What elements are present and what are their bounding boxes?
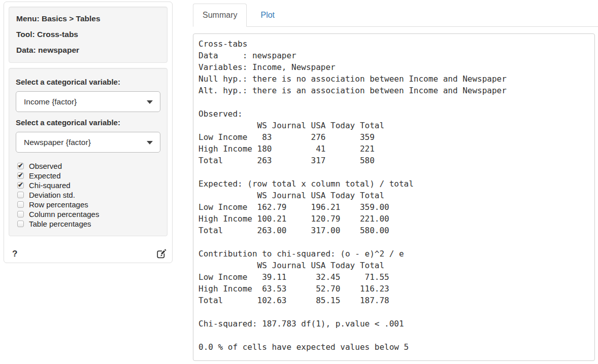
checkbox-label: Deviation std.	[29, 191, 75, 199]
caret-down-icon	[147, 141, 153, 144]
checkbox-row-expected[interactable]: ✔ Expected	[16, 171, 160, 180]
tool-label: Tool: Cross-tabs	[16, 26, 160, 42]
output-options-group: ✔ Observed ✔ Expected ✔ Chi-squared ✔ De…	[16, 161, 160, 229]
checkbox-row-row-percentages[interactable]: ✔ Row percentages	[16, 200, 160, 209]
checkbox-label: Row percentages	[29, 200, 88, 209]
checkbox-table-percentages[interactable]: ✔	[17, 221, 24, 227]
tab-plot[interactable]: Plot	[251, 4, 284, 27]
checkbox-label: Table percentages	[29, 220, 91, 228]
checkbox-observed[interactable]: ✔	[17, 163, 24, 169]
checkbox-chi-squared[interactable]: ✔	[17, 182, 24, 189]
checkbox-row-chi-squared[interactable]: ✔ Chi-squared	[16, 180, 160, 190]
caret-down-icon	[147, 100, 153, 104]
variable1-select[interactable]: Income {factor}	[16, 91, 160, 112]
check-icon: ✔	[18, 181, 23, 189]
variable2-select[interactable]: Newspaper {factor}	[16, 132, 160, 153]
main-tab-bar: Summary Plot	[193, 4, 598, 27]
variable2-label: Select a categorical variable:	[16, 118, 160, 127]
help-report-row: ?	[9, 248, 167, 260]
checkbox-row-deviation-std[interactable]: ✔ Deviation std.	[16, 190, 160, 200]
summary-report-box: Cross-tabs Data : newspaper Variables: I…	[193, 33, 595, 361]
checkbox-column-percentages[interactable]: ✔	[17, 211, 24, 217]
checkbox-row-column-percentages[interactable]: ✔ Column percentages	[16, 209, 160, 219]
check-icon: ✔	[18, 162, 23, 170]
help-button[interactable]: ?	[9, 249, 17, 259]
context-info-well: Menu: Basics > Tables Tool: Cross-tabs D…	[9, 7, 168, 63]
variable1-label: Select a categorical variable:	[16, 78, 160, 86]
cross-tabs-report-text: Cross-tabs Data : newspaper Variables: I…	[198, 38, 589, 353]
checkbox-expected[interactable]: ✔	[17, 172, 24, 179]
checkbox-label: Column percentages	[29, 210, 99, 219]
dataset-label: Data: newspaper	[16, 42, 160, 58]
variable2-select-value: Newspaper {factor}	[24, 138, 91, 147]
variable1-select-value: Income {factor}	[24, 97, 77, 106]
checkbox-row-table-percentages[interactable]: ✔ Table percentages	[16, 219, 160, 229]
tab-summary[interactable]: Summary	[193, 4, 247, 27]
checkbox-row-percentages[interactable]: ✔	[17, 201, 24, 208]
edit-report-button[interactable]	[156, 249, 167, 259]
sidebar-panel: Menu: Basics > Tables Tool: Cross-tabs D…	[4, 2, 173, 263]
checkbox-label: Observed	[29, 162, 62, 170]
pencil-square-icon	[156, 249, 167, 259]
controls-well: Select a categorical variable: Income {f…	[9, 68, 168, 236]
checkbox-label: Chi-squared	[29, 181, 71, 190]
check-icon: ✔	[18, 171, 23, 179]
checkbox-row-observed[interactable]: ✔ Observed	[16, 161, 160, 171]
menu-breadcrumb: Menu: Basics > Tables	[16, 11, 160, 26]
checkbox-label: Expected	[29, 171, 61, 180]
checkbox-deviation-std[interactable]: ✔	[17, 192, 24, 198]
